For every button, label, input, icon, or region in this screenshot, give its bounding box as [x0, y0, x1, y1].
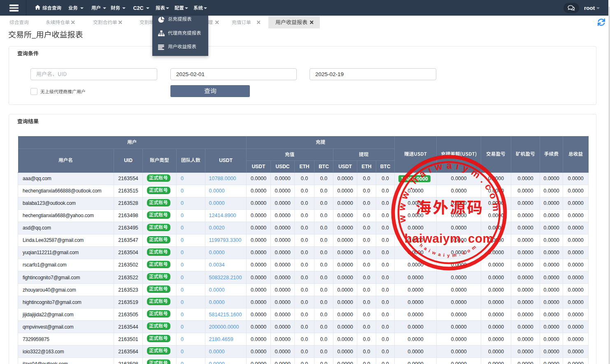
svg-text:haiwaiym. com: haiwaiym. com: [405, 231, 494, 245]
